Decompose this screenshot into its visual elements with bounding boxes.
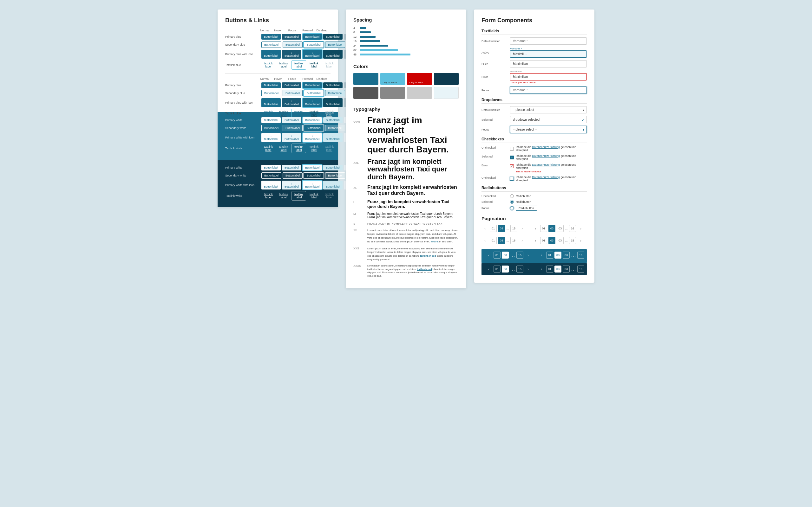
typo-xxs-link[interactable]: textlink in sed (420, 255, 436, 257)
btn-secondary2-pressed[interactable]: Buttonlabel (325, 90, 345, 96)
btn-primary-pressed[interactable]: Buttonlabel (323, 34, 343, 40)
textlink-hover[interactable]: textlink label (276, 60, 291, 69)
page-darker-01-2[interactable]: 01 (546, 266, 553, 273)
textlink2-hover[interactable]: textlink label (276, 109, 291, 118)
btn-sec-white-hover[interactable]: Buttonlabel (283, 125, 303, 131)
page-darker-prev-2[interactable]: ‹ (538, 266, 545, 273)
textlink2-normal[interactable]: textlink label (261, 109, 275, 118)
btn-icon2-normal[interactable]: ↓ Buttonlabel (261, 98, 281, 107)
page-darker-03b-2[interactable]: 03 (563, 266, 570, 273)
checkbox-focus[interactable]: Ich habe die Datenschutzerklärung gelese… (510, 176, 587, 182)
btn-icon-pressed[interactable]: ↓ Buttonlabel (323, 50, 343, 59)
btn-sec-white2-normal[interactable]: Buttonlabel (261, 172, 281, 179)
btn-primary2-hover[interactable]: Buttonlabel (282, 82, 301, 88)
page-03b-4[interactable]: 03 (557, 237, 564, 244)
radio-focus-circle[interactable] (510, 206, 514, 210)
page-01-1[interactable]: 01 (490, 225, 497, 232)
typo-xxxs-link[interactable]: textlink in sed (417, 268, 432, 270)
btn-sec-white2-hover[interactable]: Buttonlabel (283, 172, 303, 179)
page-dark-03-2[interactable]: 03 (554, 251, 561, 259)
page-16-3[interactable]: 16 (510, 237, 517, 244)
page-16-2[interactable]: 16 (569, 225, 576, 232)
btn-icon-normal[interactable]: ↓ Buttonlabel (261, 50, 281, 59)
page-dark-16-2[interactable]: 16 (577, 251, 584, 259)
page-dark-15-1[interactable]: 15 (516, 251, 523, 259)
page-01-3[interactable]: 01 (490, 237, 497, 244)
btn-white2-hover[interactable]: Buttonlabel (282, 165, 301, 170)
page-next-3[interactable]: › (519, 237, 525, 244)
page-darker-prev-1[interactable]: ‹ (485, 266, 492, 273)
btn-primary2-normal[interactable]: Buttonlabel (261, 82, 281, 88)
dropdown-selected[interactable]: dropdown selected (510, 116, 587, 123)
btn-white2-icon-hover[interactable]: ↓ Buttonlabel (282, 181, 301, 189)
radio-unchecked-circle[interactable] (510, 194, 514, 198)
btn-sec-white-pressed[interactable]: Buttonlabel (325, 125, 345, 131)
page-next-2[interactable]: › (577, 225, 584, 232)
checkbox-focus-box[interactable] (510, 177, 514, 181)
textfield-active[interactable] (510, 50, 587, 58)
btn-white2-pressed[interactable]: Buttonlabel (323, 165, 343, 170)
textfield-error[interactable] (510, 73, 587, 80)
dropdown-default[interactable]: – please select – (510, 106, 587, 113)
textlink-white-pressed[interactable]: textlink label (307, 144, 321, 153)
btn-primary2-pressed[interactable]: Buttonlabel (323, 82, 343, 88)
btn-secondary-hover[interactable]: Buttonlabel (283, 42, 303, 48)
page-darker-15-1[interactable]: 15 (516, 266, 523, 273)
textlink-white2-focus[interactable]: textlink label (292, 191, 306, 200)
page-01-2[interactable]: 01 (540, 225, 547, 232)
btn-secondary2-normal[interactable]: Buttonlabel (261, 90, 281, 96)
page-dark-prev-2[interactable]: ‹ (538, 251, 545, 259)
page-01-4[interactable]: 01 (540, 237, 547, 244)
btn-white-pressed[interactable]: Buttonlabel (323, 117, 343, 123)
btn-icon-focus[interactable]: ↓ Buttonlabel (303, 50, 322, 59)
dropdown-focus[interactable]: – please select – (510, 126, 587, 133)
page-dark-01-1[interactable]: 01 (494, 251, 501, 259)
page-03b-2[interactable]: 03 (557, 225, 564, 232)
textlink-normal[interactable]: textlink label (261, 60, 275, 69)
textlink2-focus[interactable]: textlink label (292, 109, 306, 118)
btn-sec-white-normal[interactable]: Buttonlabel (261, 125, 281, 131)
btn-secondary-normal[interactable]: Buttonlabel (261, 42, 281, 48)
page-dark-01-2[interactable]: 01 (546, 251, 553, 259)
page-dark-prev-1[interactable]: ‹ (485, 251, 492, 259)
btn-white-icon-focus[interactable]: ↓ Buttonlabel (303, 133, 322, 142)
btn-white2-focus[interactable]: Buttonlabel (303, 165, 322, 170)
btn-secondary2-focus[interactable]: Buttonlabel (304, 90, 324, 96)
radio-selected[interactable]: Radiobutton (510, 200, 587, 204)
btn-sec-white2-focus[interactable]: Buttonlabel (304, 172, 324, 179)
checkbox-selected[interactable]: ✓ Ich habe die Datenschutzerklärung gele… (510, 154, 587, 161)
btn-icon-hover[interactable]: ↓ Buttonlabel (282, 50, 301, 59)
page-15-1[interactable]: 15 (510, 225, 517, 232)
page-prev-3[interactable]: ‹ (481, 237, 489, 244)
btn-white-focus[interactable]: Buttonlabel (303, 117, 322, 123)
btn-white-icon-hover[interactable]: ↓ Buttonlabel (282, 133, 301, 142)
page-next-4[interactable]: › (577, 237, 584, 244)
btn-secondary2-hover[interactable]: Buttonlabel (283, 90, 303, 96)
page-darker-next-2[interactable]: › (586, 266, 593, 273)
textlink-white-normal[interactable]: textlink label (261, 144, 275, 153)
page-dark-next-2[interactable]: › (586, 251, 593, 259)
btn-icon2-hover[interactable]: ↓ Buttonlabel (282, 98, 301, 107)
textlink2-pressed[interactable]: textlink label (307, 109, 321, 118)
textlink-pressed[interactable]: textlink label (307, 60, 321, 69)
radio-focus[interactable]: Radiobutton (510, 206, 587, 211)
textlink-focus[interactable]: textlink label (292, 60, 306, 69)
btn-white-hover[interactable]: Buttonlabel (282, 117, 301, 123)
page-dark-next-1[interactable]: › (525, 251, 531, 259)
textlink-white-hover[interactable]: textlink label (276, 144, 291, 153)
page-03-1[interactable]: 03 (498, 225, 505, 232)
btn-white-normal[interactable]: Buttonlabel (261, 117, 281, 123)
textfield-focus[interactable] (510, 87, 587, 94)
page-03-3[interactable]: 03 (498, 237, 505, 244)
textlink-white2-hover[interactable]: textlink label (276, 191, 291, 200)
btn-primary-hover[interactable]: Buttonlabel (282, 34, 301, 40)
typo-xs-link[interactable]: textlink (431, 240, 439, 243)
page-darker-16-2[interactable]: 16 (577, 266, 584, 273)
textlink-white-focus[interactable]: textlink label (292, 144, 306, 153)
textlink-white2-pressed[interactable]: textlink label (307, 191, 321, 200)
page-prev-4[interactable]: ‹ (532, 237, 539, 244)
page-darker-03-2[interactable]: 03 (554, 266, 561, 273)
btn-white2-icon-focus[interactable]: ↓ Buttonlabel (303, 181, 322, 189)
textfield-default[interactable] (510, 38, 587, 45)
btn-primary2-focus[interactable]: Buttonlabel (303, 82, 322, 88)
